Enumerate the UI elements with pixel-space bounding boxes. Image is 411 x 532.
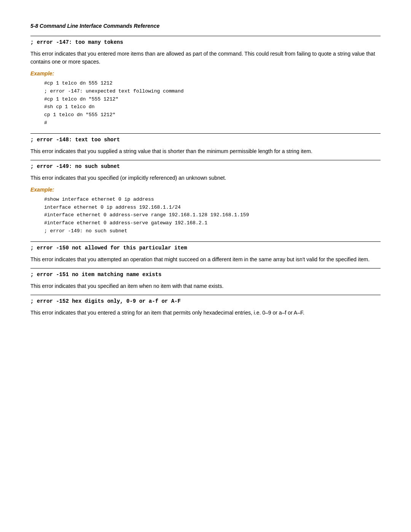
error-title: ; error -150 not allowed for this partic… <box>30 245 381 251</box>
code-block: #show interface ethernet 0 ip address in… <box>44 196 381 235</box>
section-error-152: ; error -152 hex digits only, 0-9 or a-f… <box>30 295 381 317</box>
error-title: ; error -149: no such subnet <box>30 163 381 169</box>
error-body: This error indicates that you specified … <box>30 174 381 182</box>
example-label: Example: <box>30 187 381 193</box>
section-error-148: ; error -148: text too shortThis error i… <box>30 133 381 155</box>
section-divider <box>30 160 381 160</box>
error-title: ; error -147: too many tokens <box>30 39 381 45</box>
error-title: ; error -151 no item matching name exist… <box>30 272 381 278</box>
section-divider <box>30 268 381 268</box>
section-error-150: ; error -150 not allowed for this partic… <box>30 241 381 264</box>
section-divider <box>30 133 381 134</box>
section-error-149: ; error -149: no such subnetThis error i… <box>30 160 381 235</box>
section-divider <box>30 36 381 36</box>
error-body: This error indicates that you entered mo… <box>30 50 381 66</box>
section-divider <box>30 241 381 242</box>
section-divider <box>30 295 381 295</box>
example-label: Example: <box>30 70 381 77</box>
section-error-151: ; error -151 no item matching name exist… <box>30 268 381 290</box>
page-header: 5-8 Command Line Interface Commands Refe… <box>30 23 381 29</box>
section-error-147: ; error -147: too many tokensThis error … <box>30 36 381 127</box>
code-block: #cp 1 telco dn 555 1212 ; error -147: un… <box>44 80 381 127</box>
error-body: This error indicates that you attempted … <box>30 256 381 264</box>
error-title: ; error -152 hex digits only, 0-9 or a-f… <box>30 298 381 304</box>
error-body: This error indicates that you supplied a… <box>30 147 381 155</box>
error-body: This error indicates that you entered a … <box>30 309 381 317</box>
error-title: ; error -148: text too short <box>30 137 381 143</box>
error-body: This error indicates that you specified … <box>30 282 381 290</box>
